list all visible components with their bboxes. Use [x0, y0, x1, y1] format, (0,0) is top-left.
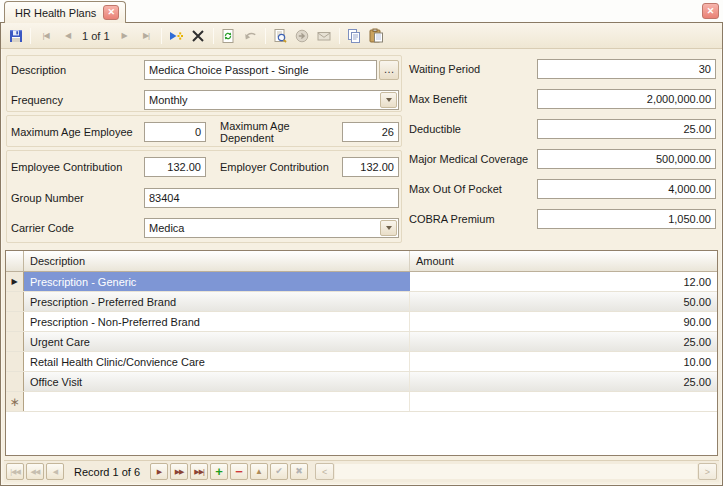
email-button[interactable]: [314, 25, 335, 46]
main-toolbar: |◀ ◀ 1 of 1 ▶ ▶|: [1, 23, 722, 49]
deductible-input[interactable]: 25.00: [537, 119, 716, 139]
tab-strip: HR Health Plans ✕ ✕: [0, 0, 723, 22]
first-record-button[interactable]: |◀: [35, 25, 56, 46]
grid-header-description[interactable]: Description: [24, 251, 410, 271]
carrier-code-value: Medica: [149, 222, 184, 234]
carrier-code-dropdown-button[interactable]: [380, 220, 397, 236]
cell-description[interactable]: Prescription - Generic: [24, 272, 410, 291]
row-indicator: [6, 372, 24, 391]
grid-row[interactable]: Prescription - Preferred Brand 50.00: [6, 292, 717, 312]
waiting-period-value: 30: [699, 63, 711, 75]
record-position: 1 of 1: [82, 30, 110, 42]
grid-row[interactable]: Office Visit 25.00: [6, 372, 717, 392]
grid-row[interactable]: Prescription - Non-Preferred Brand 90.00: [6, 312, 717, 332]
cell-description[interactable]: Prescription - Preferred Brand: [24, 292, 410, 311]
delete-record-button[interactable]: [188, 25, 209, 46]
forward-button[interactable]: [292, 25, 313, 46]
grid-header-indicator: [6, 251, 24, 271]
grid-new-row[interactable]: ∗: [6, 392, 717, 412]
cell-description[interactable]: Retail Health Clinic/Convience Care: [24, 352, 410, 371]
edit-record-button[interactable]: ▲: [250, 463, 268, 480]
horizontal-scrollbar[interactable]: < >: [315, 463, 717, 480]
grid-row[interactable]: Retail Health Clinic/Convience Care 10.0…: [6, 352, 717, 372]
row-indicator: [6, 332, 24, 351]
print-preview-button[interactable]: [270, 25, 291, 46]
employee-contribution-input[interactable]: 132.00: [144, 157, 206, 177]
max-out-of-pocket-label: Max Out Of Pocket: [409, 183, 537, 195]
scrollbar-track[interactable]: [335, 464, 697, 479]
cell-amount[interactable]: 50.00: [410, 292, 717, 311]
delete-record-button[interactable]: −: [230, 463, 248, 480]
employer-contribution-value: 132.00: [360, 161, 394, 173]
cobra-premium-input[interactable]: 1,050.00: [537, 209, 716, 229]
undo-icon: [242, 28, 258, 44]
field-row-frequency: Frequency Monthly: [11, 89, 399, 110]
nav-previous-page-button[interactable]: ◀◀: [26, 463, 44, 480]
cell-description[interactable]: Urgent Care: [24, 332, 410, 351]
max-benefit-value: 2,000,000.00: [647, 93, 711, 105]
frequency-dropdown[interactable]: Monthly: [144, 90, 399, 110]
forward-icon: [294, 28, 310, 44]
cell-amount-empty[interactable]: [410, 392, 717, 411]
nav-first-button[interactable]: |◀◀: [6, 463, 24, 480]
end-edit-button[interactable]: ✔: [270, 463, 288, 480]
document-close-button[interactable]: ✕: [702, 3, 719, 19]
max-out-of-pocket-input[interactable]: 4,000.00: [537, 179, 716, 199]
toolbar-separator: [161, 28, 162, 44]
toolbar-separator: [30, 28, 31, 44]
description-lookup-button[interactable]: …: [379, 60, 399, 80]
deductible-label: Deductible: [409, 123, 537, 135]
max-age-employee-input[interactable]: 0: [144, 122, 206, 142]
plus-icon: +: [215, 465, 223, 478]
paste-button[interactable]: [366, 25, 387, 46]
undo-button[interactable]: [240, 25, 261, 46]
document-area: |◀ ◀ 1 of 1 ▶ ▶|: [0, 22, 723, 486]
description-input[interactable]: Medica Choice Passport - Single: [144, 60, 377, 80]
copy-button[interactable]: [344, 25, 365, 46]
field-row-deductible: Deductible 25.00: [409, 118, 716, 139]
nav-next-page-button[interactable]: ▶▶: [170, 463, 188, 480]
save-button[interactable]: [5, 25, 26, 46]
tab-title: HR Health Plans: [15, 7, 96, 19]
nav-next-button[interactable]: ▶: [150, 463, 168, 480]
group-number-input[interactable]: 83404: [144, 188, 399, 208]
refresh-button[interactable]: [218, 25, 239, 46]
copy-icon: [346, 28, 362, 44]
last-record-button[interactable]: ▶|: [136, 25, 157, 46]
cell-description-empty[interactable]: [24, 392, 410, 411]
cancel-edit-button[interactable]: ✖: [290, 463, 308, 480]
grid-header-amount[interactable]: Amount: [410, 251, 717, 271]
cell-amount[interactable]: 12.00: [410, 272, 717, 291]
grid-row[interactable]: Urgent Care 25.00: [6, 332, 717, 352]
new-record-button[interactable]: [166, 25, 187, 46]
cell-amount[interactable]: 10.00: [410, 352, 717, 371]
frequency-value: Monthly: [149, 94, 188, 106]
cell-amount[interactable]: 90.00: [410, 312, 717, 331]
tab-hr-health-plans[interactable]: HR Health Plans ✕: [4, 1, 126, 23]
max-age-dependent-input[interactable]: 26: [342, 122, 399, 142]
tab-close-button[interactable]: ✕: [103, 5, 119, 20]
copay-grid: Description Amount ▶ Prescription - Gene…: [5, 250, 718, 456]
nav-previous-button[interactable]: ◀: [46, 463, 64, 480]
employer-contribution-input[interactable]: 132.00: [342, 157, 399, 177]
cell-description[interactable]: Office Visit: [24, 372, 410, 391]
grid-row-selected[interactable]: ▶ Prescription - Generic 12.00: [6, 272, 717, 292]
append-record-button[interactable]: +: [210, 463, 228, 480]
field-row-carrier-code: Carrier Code Medica: [11, 217, 399, 238]
frequency-dropdown-button[interactable]: [380, 92, 397, 108]
cell-amount[interactable]: 25.00: [410, 332, 717, 351]
previous-record-button[interactable]: ◀: [57, 25, 78, 46]
ellipsis-icon: …: [384, 64, 395, 75]
nav-last-button[interactable]: ▶▶|: [190, 463, 208, 480]
major-medical-coverage-input[interactable]: 500,000.00: [537, 149, 716, 169]
cell-amount[interactable]: 25.00: [410, 372, 717, 391]
max-benefit-input[interactable]: 2,000,000.00: [537, 89, 716, 109]
carrier-code-dropdown[interactable]: Medica: [144, 218, 399, 238]
waiting-period-input[interactable]: 30: [537, 59, 716, 79]
row-indicator: [6, 352, 24, 371]
scroll-right-button[interactable]: >: [698, 463, 717, 480]
cell-description[interactable]: Prescription - Non-Preferred Brand: [24, 312, 410, 331]
nav-next-icon: ▶: [157, 468, 161, 475]
next-record-button[interactable]: ▶: [114, 25, 135, 46]
scroll-left-button[interactable]: <: [315, 463, 334, 480]
